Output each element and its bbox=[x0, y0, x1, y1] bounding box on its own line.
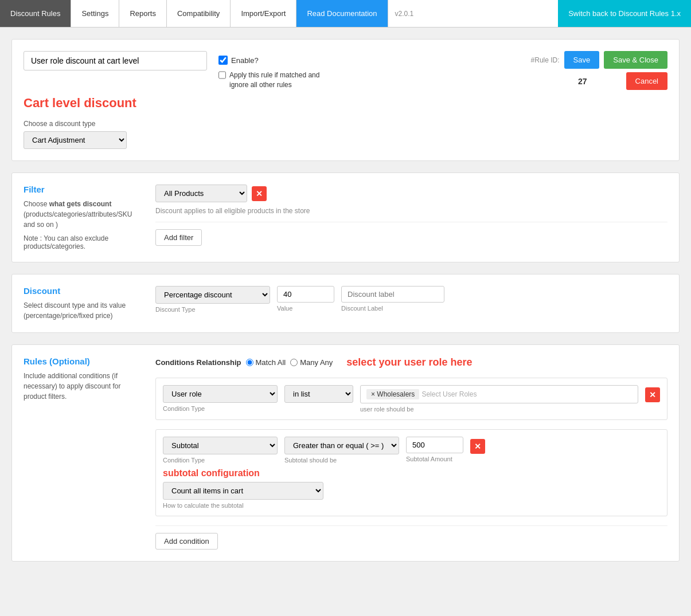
condition1-type-sublabel: Condition Type bbox=[163, 405, 278, 412]
rule-id-value-row: 27 Cancel bbox=[578, 72, 667, 90]
condition2-calc-select[interactable]: Count all items in cart Count unique ite… bbox=[163, 482, 323, 500]
filter-section-desc: Choose what gets discount (products/cate… bbox=[24, 199, 144, 230]
version-label: v2.0.1 bbox=[388, 10, 421, 18]
enable-checkbox[interactable] bbox=[218, 56, 228, 65]
discount-value-sublabel: Value bbox=[277, 305, 334, 312]
condition1-value-field: × Wholesalers Select User Roles user rol… bbox=[360, 385, 638, 413]
condition1-value-container[interactable]: × Wholesalers Select User Roles bbox=[360, 385, 638, 403]
tab-read-documentation[interactable]: Read Documentation bbox=[296, 0, 388, 27]
conditions-rel-label: Conditions Relationship bbox=[155, 358, 241, 367]
discount-type-section: Choose a discount type Cart Adjustment P… bbox=[24, 120, 667, 149]
condition2-operator-sublabel: Subtotal should be bbox=[284, 457, 399, 464]
match-all-radio-group[interactable]: Match All bbox=[246, 358, 286, 367]
filter-right-col: All Products Specific Products Specific … bbox=[155, 185, 667, 250]
condition2-type-field: Subtotal User role Cart items Condition … bbox=[163, 437, 278, 464]
apply-checkbox[interactable] bbox=[218, 70, 226, 80]
condition2-type-sublabel: Condition Type bbox=[163, 457, 278, 464]
condition2-amount-field: Subtotal Amount bbox=[406, 437, 463, 462]
rules-section-title: Rules (Optional) bbox=[24, 356, 144, 366]
discount-label-field: Discount Label bbox=[341, 286, 444, 312]
header-card: Enable? Apply this rule if matched and i… bbox=[11, 39, 680, 161]
rule-name-input[interactable] bbox=[24, 51, 207, 70]
save-group: #Rule ID: Save Save & Close 27 Cancel bbox=[531, 51, 667, 90]
select-role-hint: select your user role here bbox=[346, 356, 472, 368]
filter-section-title: Filter bbox=[24, 185, 144, 194]
apply-label: Apply this rule if matched and ignore al… bbox=[229, 70, 333, 90]
add-filter-button[interactable]: Add filter bbox=[155, 229, 202, 246]
discount-section-title: Discount bbox=[24, 286, 144, 296]
discount-type-field: Percentage discount Fixed discount Fixed… bbox=[155, 286, 270, 313]
main-content: Enable? Apply this rule if matched and i… bbox=[0, 28, 691, 584]
match-all-radio[interactable] bbox=[246, 359, 253, 366]
subtotal-config-label: subtotal configuration bbox=[163, 468, 660, 478]
discount-type-selector[interactable]: Percentage discount Fixed discount Fixed… bbox=[155, 286, 270, 304]
discount-value-field: Value bbox=[277, 286, 334, 312]
condition1-operator-select[interactable]: in list not in list bbox=[284, 385, 353, 403]
condition1-inputs: User role Subtotal Cart items Product qu… bbox=[163, 385, 660, 413]
discount-card: Discount Select discount type and its va… bbox=[11, 274, 680, 333]
condition2-inputs: Subtotal User role Cart items Condition … bbox=[163, 437, 660, 464]
condition2-type-select[interactable]: Subtotal User role Cart items bbox=[163, 437, 278, 454]
discount-type-sublabel: Discount Type bbox=[155, 306, 270, 313]
filter-type-select[interactable]: All Products Specific Products Specific … bbox=[155, 185, 247, 202]
tab-reports[interactable]: Reports bbox=[119, 0, 167, 27]
save-button[interactable]: Save bbox=[564, 51, 600, 69]
rule-id-row: #Rule ID: Save Save & Close bbox=[531, 51, 667, 69]
wholesalers-tag: × Wholesalers bbox=[366, 389, 419, 399]
many-any-label: Many Any bbox=[300, 358, 333, 367]
condition1-value-sublabel: user role should be bbox=[360, 406, 638, 413]
condition-row-1: User role Subtotal Cart items Product qu… bbox=[155, 378, 667, 420]
rules-two-col: Rules (Optional) Include additional cond… bbox=[24, 356, 667, 550]
add-condition-divider bbox=[155, 525, 667, 526]
condition2-amount-sublabel: Subtotal Amount bbox=[406, 456, 463, 462]
condition-row-2: Subtotal User role Cart items Condition … bbox=[155, 429, 667, 516]
condition1-operator-field: in list not in list bbox=[284, 385, 353, 403]
discount-section-desc: Select discount type and its value (perc… bbox=[24, 300, 144, 321]
tab-discount-rules[interactable]: Discount Rules bbox=[0, 0, 71, 27]
tab-import-export[interactable]: Import/Export bbox=[231, 0, 296, 27]
condition2-operator-select[interactable]: Greater than or equal ( >= ) Less than E… bbox=[284, 437, 399, 454]
rules-card: Rules (Optional) Include additional cond… bbox=[11, 344, 680, 562]
condition2-operator-field: Greater than or equal ( >= ) Less than E… bbox=[284, 437, 399, 464]
many-any-radio-group[interactable]: Many Any bbox=[290, 358, 333, 367]
switch-back-button[interactable]: Switch back to Discount Rules 1.x bbox=[558, 0, 691, 27]
discount-left-col: Discount Select discount type and its va… bbox=[24, 286, 155, 321]
many-any-radio[interactable] bbox=[290, 359, 298, 366]
tab-settings[interactable]: Settings bbox=[71, 0, 119, 27]
save-buttons-row: Save Save & Close bbox=[564, 51, 667, 69]
discount-label-sublabel: Discount Label bbox=[341, 305, 444, 312]
subtotal-config-section: subtotal configuration Count all items i… bbox=[163, 468, 660, 509]
filter-card: Filter Choose what gets discount (produc… bbox=[11, 172, 680, 262]
match-all-label: Match All bbox=[256, 358, 286, 367]
conditions-relationship-row: Conditions Relationship Match All Many A… bbox=[155, 356, 667, 368]
filter-row: All Products Specific Products Specific … bbox=[155, 185, 667, 202]
rules-left-col: Rules (Optional) Include additional cond… bbox=[24, 356, 155, 550]
header-section: Enable? Apply this rule if matched and i… bbox=[24, 51, 667, 90]
enable-label: Enable? bbox=[231, 56, 259, 65]
condition1-type-field: User role Subtotal Cart items Product qu… bbox=[163, 385, 278, 412]
discount-type-select[interactable]: Cart Adjustment Product Discount Buy X G… bbox=[24, 131, 127, 149]
enable-group: Enable? bbox=[218, 56, 333, 65]
discount-two-col: Discount Select discount type and its va… bbox=[24, 286, 667, 321]
condition2-remove-button[interactable]: ✕ bbox=[470, 439, 485, 454]
condition1-remove-button[interactable]: ✕ bbox=[645, 387, 660, 402]
wholesalers-tag-label: × Wholesalers bbox=[371, 390, 415, 398]
condition1-type-select[interactable]: User role Subtotal Cart items Product qu… bbox=[163, 385, 278, 403]
tab-compatibility[interactable]: Compatibility bbox=[167, 0, 231, 27]
cancel-button[interactable]: Cancel bbox=[626, 72, 667, 90]
discount-value-input[interactable] bbox=[277, 286, 334, 303]
rule-id-value: 27 bbox=[578, 77, 587, 86]
filter-remove-button[interactable]: ✕ bbox=[252, 186, 267, 201]
save-close-button[interactable]: Save & Close bbox=[604, 51, 667, 69]
filter-two-col: Filter Choose what gets discount (produc… bbox=[24, 185, 667, 250]
discount-label-input[interactable] bbox=[341, 286, 444, 303]
add-condition-button[interactable]: Add condition bbox=[155, 533, 218, 550]
condition1-placeholder: Select User Roles bbox=[421, 390, 477, 398]
filter-left-col: Filter Choose what gets discount (produc… bbox=[24, 185, 155, 250]
rule-id-label: #Rule ID: bbox=[531, 56, 560, 64]
filter-section-note: Note : You can also exclude products/cat… bbox=[24, 234, 144, 250]
discount-right-col: Percentage discount Fixed discount Fixed… bbox=[155, 286, 667, 321]
discount-type-label: Choose a discount type bbox=[24, 120, 667, 128]
cart-level-label: Cart level discount bbox=[24, 96, 667, 111]
condition2-amount-input[interactable] bbox=[406, 437, 463, 453]
